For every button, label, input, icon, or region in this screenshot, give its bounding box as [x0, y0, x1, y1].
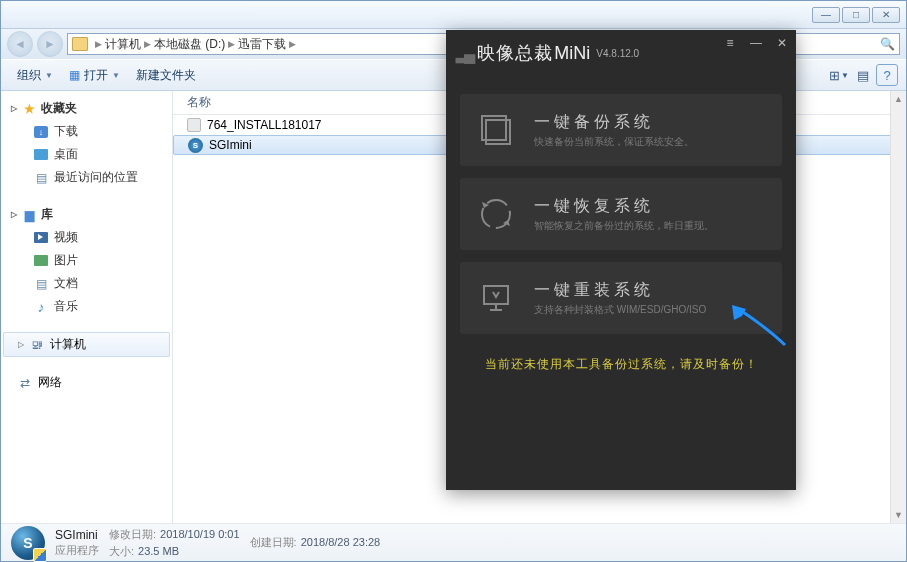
- reinstall-icon: [474, 276, 518, 320]
- picture-icon: [34, 255, 48, 266]
- crumb-folder[interactable]: 迅雷下载: [238, 36, 286, 53]
- sgi-version: V4.8.12.0: [596, 48, 639, 59]
- details-created-label: 创建日期:: [250, 536, 297, 548]
- file-name: SGImini: [209, 138, 252, 152]
- exe-file-icon: S: [188, 138, 203, 153]
- open-button[interactable]: ▦打开▼: [61, 63, 128, 88]
- recent-icon: ▤: [33, 171, 49, 185]
- document-icon: ▤: [33, 277, 49, 291]
- sgi-reinstall-option[interactable]: 一键重装系统 支持各种封装格式 WIM/ESD/GHO/ISO: [460, 262, 782, 334]
- download-icon: ↓: [34, 126, 48, 138]
- network-icon: ⇄: [17, 376, 33, 390]
- close-button[interactable]: ✕: [872, 7, 900, 23]
- computer-icon: 🖳: [29, 338, 45, 352]
- backup-icon: [474, 108, 518, 152]
- details-filetype: 应用程序: [55, 543, 99, 558]
- favorites-header[interactable]: ▷★收藏夹: [3, 97, 170, 120]
- scroll-down-button[interactable]: ▼: [891, 507, 906, 523]
- nav-forward-button[interactable]: ►: [37, 31, 63, 57]
- sgi-menu-button[interactable]: ≡: [722, 36, 738, 50]
- sgi-warning-text: 当前还未使用本工具备份过系统，请及时备份！: [446, 356, 796, 373]
- svg-rect-3: [484, 286, 508, 304]
- nav-videos[interactable]: 视频: [3, 226, 170, 249]
- maximize-button[interactable]: □: [842, 7, 870, 23]
- iso-file-icon: [187, 118, 201, 132]
- details-mod-value: 2018/10/19 0:01: [160, 528, 240, 540]
- video-icon: [34, 232, 48, 243]
- desktop-icon: [34, 149, 48, 160]
- sgi-backup-desc: 快速备份当前系统，保证系统安全。: [534, 135, 768, 149]
- star-icon: ★: [21, 102, 37, 116]
- sgi-reinstall-desc: 支持各种封装格式 WIM/ESD/GHO/ISO: [534, 303, 768, 317]
- sgi-backup-option[interactable]: 一键备份系统 快速备份当前系统，保证系统安全。: [460, 94, 782, 166]
- sgi-titlebar[interactable]: ▂▄ 映像总裁MiNi V4.8.12.0 ≡ — ✕: [446, 30, 796, 76]
- libraries-header[interactable]: ▷▆库: [3, 203, 170, 226]
- navigation-pane: ▷★收藏夹 ↓下载 桌面 ▤最近访问的位置 ▷▆库 视频 图片 ▤文档 ♪音乐 …: [1, 91, 173, 523]
- nav-pictures[interactable]: 图片: [3, 249, 170, 272]
- sgi-app-name: 映像总裁MiNi: [477, 41, 590, 65]
- help-button[interactable]: ?: [876, 64, 898, 86]
- view-options-button[interactable]: ⊞▼: [828, 64, 850, 86]
- details-created-value: 2018/8/28 23:28: [301, 536, 381, 548]
- details-app-icon: S: [11, 526, 45, 560]
- sgi-restore-title: 一键恢复系统: [534, 196, 768, 217]
- scroll-up-button[interactable]: ▲: [891, 91, 906, 107]
- sgi-close-button[interactable]: ✕: [774, 36, 790, 50]
- nav-back-button[interactable]: ◄: [7, 31, 33, 57]
- crumb-computer[interactable]: 计算机: [105, 36, 141, 53]
- details-size-label: 大小:: [109, 545, 134, 557]
- details-pane: S SGImini 应用程序 修改日期:2018/10/19 0:01 大小:2…: [1, 523, 906, 561]
- search-icon: 🔍: [880, 37, 895, 51]
- file-name: 764_INSTALL181017: [207, 118, 322, 132]
- organize-menu[interactable]: 组织▼: [9, 63, 61, 88]
- shield-icon: [33, 548, 47, 562]
- sgi-restore-option[interactable]: 一键恢复系统 智能恢复之前备份过的系统，昨日重现。: [460, 178, 782, 250]
- nav-documents[interactable]: ▤文档: [3, 272, 170, 295]
- nav-desktop[interactable]: 桌面: [3, 143, 170, 166]
- folder-icon: [72, 37, 88, 51]
- nav-computer[interactable]: ▷🖳计算机: [3, 332, 170, 357]
- minimize-button[interactable]: —: [812, 7, 840, 23]
- sgi-minimize-button[interactable]: —: [748, 36, 764, 50]
- new-folder-button[interactable]: 新建文件夹: [128, 63, 204, 88]
- sgi-reinstall-title: 一键重装系统: [534, 280, 768, 301]
- preview-pane-button[interactable]: ▤: [852, 64, 874, 86]
- library-icon: ▆: [21, 208, 37, 222]
- details-filename: SGImini: [55, 528, 99, 542]
- music-icon: ♪: [33, 300, 49, 314]
- sgi-logo-icon: ▂▄: [456, 44, 471, 63]
- nav-network[interactable]: ⇄网络: [3, 371, 170, 394]
- restore-icon: [474, 192, 518, 236]
- vertical-scrollbar[interactable]: ▲ ▼: [890, 91, 906, 523]
- sgi-restore-desc: 智能恢复之前备份过的系统，昨日重现。: [534, 219, 768, 233]
- nav-recent[interactable]: ▤最近访问的位置: [3, 166, 170, 189]
- crumb-drive[interactable]: 本地磁盘 (D:): [154, 36, 225, 53]
- sgi-backup-title: 一键备份系统: [534, 112, 768, 133]
- titlebar: — □ ✕: [1, 1, 906, 29]
- details-size-value: 23.5 MB: [138, 545, 179, 557]
- nav-music[interactable]: ♪音乐: [3, 295, 170, 318]
- details-mod-label: 修改日期:: [109, 528, 156, 540]
- nav-downloads[interactable]: ↓下载: [3, 120, 170, 143]
- sgi-app-window: ▂▄ 映像总裁MiNi V4.8.12.0 ≡ — ✕ 一键备份系统 快速备份当…: [446, 30, 796, 490]
